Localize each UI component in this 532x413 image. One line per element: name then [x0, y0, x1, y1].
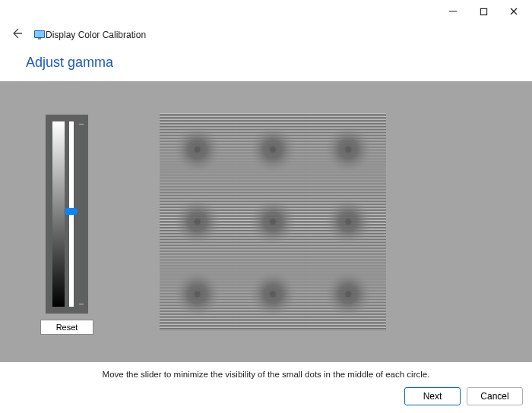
- svg-rect-5: [35, 31, 44, 37]
- app-title: Display Color Calibration: [46, 30, 146, 40]
- back-button[interactable]: [11, 27, 23, 43]
- reset-button[interactable]: Reset: [40, 320, 93, 335]
- gamma-slider[interactable]: [46, 115, 88, 314]
- maximize-button[interactable]: [468, 1, 499, 22]
- title-bar: [0, 0, 532, 23]
- slider-tick-bottom: [79, 304, 84, 304]
- minimize-icon: [448, 7, 458, 16]
- app-title-wrap: Display Color Calibration: [33, 29, 146, 41]
- slider-tick-top: [79, 124, 84, 125]
- gamma-slider-thumb[interactable]: [65, 208, 78, 215]
- svg-rect-1: [480, 8, 486, 14]
- minimize-button[interactable]: [438, 1, 468, 22]
- svg-rect-6: [38, 38, 41, 39]
- header: Display Color Calibration: [0, 23, 532, 50]
- instruction-text: Move the slider to minimize the visibili…: [0, 362, 532, 379]
- gamma-gradient-bar: [52, 121, 65, 307]
- close-icon: [509, 7, 518, 16]
- next-button[interactable]: Next: [404, 387, 461, 405]
- gamma-slider-wrap: Reset: [44, 115, 90, 335]
- footer: Next Cancel: [404, 387, 523, 405]
- app-icon: [33, 29, 46, 41]
- close-button[interactable]: [499, 1, 529, 22]
- cancel-button[interactable]: Cancel: [467, 387, 523, 405]
- gamma-preview: [160, 113, 386, 330]
- page-heading: Adjust gamma: [0, 50, 532, 81]
- content-area: Reset: [0, 81, 532, 362]
- maximize-icon: [480, 8, 488, 16]
- back-arrow-icon: [11, 27, 23, 39]
